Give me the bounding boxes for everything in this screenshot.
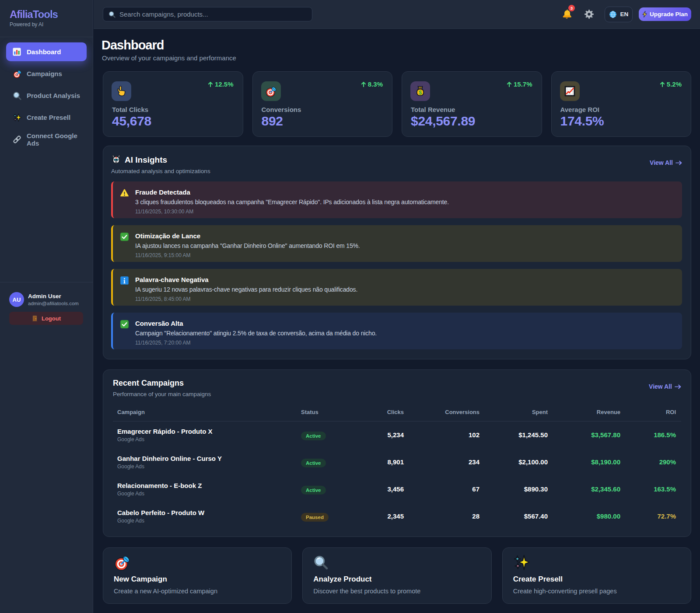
svg-text:$: $: [419, 89, 422, 96]
